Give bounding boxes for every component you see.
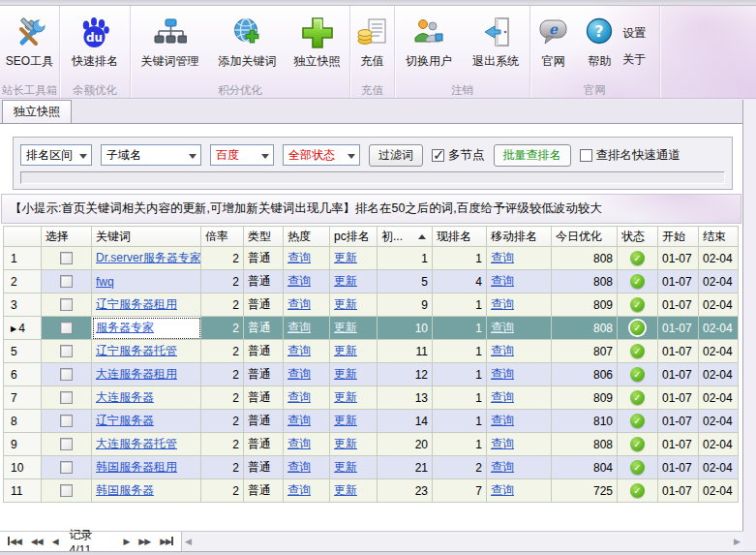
recharge-button[interactable]: 充值 <box>350 12 394 81</box>
row-checkbox[interactable] <box>60 298 73 311</box>
row-checkbox[interactable] <box>60 484 73 497</box>
keyword-cell[interactable]: 服务器专家 <box>92 317 201 340</box>
pc-rank-update-link[interactable]: 更新 <box>334 344 357 357</box>
fast-channel-checkbox[interactable]: 查排名快速通道 <box>580 147 681 164</box>
column-header[interactable]: pc排名 <box>330 227 378 247</box>
keyword-cell[interactable]: 辽宁服务器租用 <box>92 293 201 317</box>
select-cell[interactable] <box>42 293 92 317</box>
exit-system-button[interactable]: 退出系统 <box>463 12 529 81</box>
table-row[interactable]: 8辽宁服务器2普通查询更新141查询810✓01-0702-04 <box>4 410 739 433</box>
pc-rank-update-link[interactable]: 更新 <box>334 437 357 450</box>
search-engine-dropdown[interactable]: 百度 <box>210 144 274 166</box>
keyword-cell[interactable]: 辽宁服务器 <box>92 410 201 433</box>
select-cell[interactable] <box>42 247 92 270</box>
mobile-query-link[interactable]: 查询 <box>491 344 514 357</box>
row-number-cell[interactable]: 3 <box>4 293 42 317</box>
column-header[interactable]: 初... <box>378 227 433 247</box>
heat-query-link[interactable]: 查询 <box>287 414 311 427</box>
keyword-link[interactable]: 大连服务器托管 <box>96 437 177 450</box>
heat-query-link[interactable]: 查询 <box>287 437 311 450</box>
row-checkbox[interactable] <box>60 461 73 474</box>
table-row[interactable]: 11韩国服务器2普通查询更新237查询725✓01-0702-04 <box>4 479 739 503</box>
help-button[interactable]: ? 帮助 <box>577 12 623 81</box>
heat-query-link[interactable]: 查询 <box>287 321 311 334</box>
table-row[interactable]: 7大连服务器2普通查询更新131查询809✓01-0702-04 <box>4 386 739 410</box>
heat-query-link[interactable]: 查询 <box>287 460 311 474</box>
rank-range-dropdown[interactable]: 排名区间 <box>20 144 92 166</box>
keyword-manage-button[interactable]: 关键词管理 <box>131 12 209 81</box>
row-number-cell[interactable]: ▶4 <box>4 317 42 340</box>
scroll-right-icon[interactable]: ▶ <box>734 537 741 546</box>
select-cell[interactable] <box>42 340 92 363</box>
select-cell[interactable] <box>42 386 92 410</box>
table-row[interactable]: 6大连服务器租用2普通查询更新121查询806✓01-0702-04 <box>4 363 739 386</box>
table-row[interactable]: 9大连服务器托管2普通查询更新201查询808✓01-0702-04 <box>4 433 739 456</box>
row-number-cell[interactable]: 11 <box>4 479 42 503</box>
nav-last-button[interactable]: ▶▶ <box>160 537 173 546</box>
row-number-cell[interactable]: 10 <box>4 456 42 479</box>
keyword-link[interactable]: fwq <box>96 275 114 289</box>
column-header[interactable]: 倍率 <box>201 227 244 247</box>
mobile-query-link[interactable]: 查询 <box>491 414 514 427</box>
settings-button[interactable]: 设置 <box>622 25 659 42</box>
mobile-query-link[interactable]: 查询 <box>491 390 514 404</box>
column-header[interactable]: 选择 <box>42 227 92 247</box>
mobile-query-link[interactable]: 查询 <box>491 437 514 450</box>
pc-rank-update-link[interactable]: 更新 <box>334 390 357 404</box>
row-checkbox[interactable] <box>60 415 73 427</box>
keyword-cell[interactable]: fwq <box>92 270 201 293</box>
keyword-link[interactable]: 服务器专家 <box>96 321 154 334</box>
column-header[interactable]: 关键词 <box>92 227 201 247</box>
pc-rank-update-link[interactable]: 更新 <box>334 274 357 288</box>
heat-query-link[interactable]: 查询 <box>287 390 311 404</box>
keyword-link[interactable]: 辽宁服务器托管 <box>96 344 177 357</box>
mobile-query-link[interactable]: 查询 <box>491 483 514 497</box>
status-filter-dropdown[interactable]: 全部状态 <box>283 144 360 166</box>
column-header[interactable]: 现排名 <box>433 227 487 247</box>
heat-query-link[interactable]: 查询 <box>287 274 311 288</box>
table-row[interactable]: 5辽宁服务器托管2普通查询更新111查询807✓01-0702-04 <box>4 340 739 363</box>
about-button[interactable]: 关于 <box>622 51 659 68</box>
keyword-cell[interactable]: 韩国服务器租用 <box>92 456 201 479</box>
row-number-cell[interactable]: 9 <box>4 433 42 456</box>
mobile-query-link[interactable]: 查询 <box>491 251 514 264</box>
row-number-cell[interactable]: 8 <box>4 410 42 433</box>
heat-query-link[interactable]: 查询 <box>287 367 311 381</box>
column-header[interactable] <box>4 227 42 247</box>
pc-rank-update-link[interactable]: 更新 <box>334 460 357 474</box>
keyword-cell[interactable]: Dr.server服务器专家 <box>92 247 201 270</box>
select-cell[interactable] <box>42 363 92 386</box>
table-row[interactable]: 2fwq2普通查询更新54查询808✓01-0702-04 <box>4 270 739 293</box>
row-checkbox[interactable] <box>60 391 73 404</box>
select-cell[interactable] <box>42 317 92 340</box>
scroll-left-icon[interactable]: ◀ <box>185 537 192 546</box>
filter-words-button[interactable]: 过滤词 <box>369 144 423 167</box>
pc-rank-update-link[interactable]: 更新 <box>334 414 357 427</box>
nav-prev-button[interactable]: ◀ <box>52 537 58 546</box>
row-checkbox[interactable] <box>60 438 73 450</box>
column-header[interactable]: 结束 <box>699 227 739 247</box>
mobile-query-link[interactable]: 查询 <box>491 460 514 474</box>
row-number-cell[interactable]: 2 <box>4 270 42 293</box>
heat-query-link[interactable]: 查询 <box>287 483 311 497</box>
table-row[interactable]: 1Dr.server服务器专家2普通查询更新11查询808✓01-0702-04 <box>4 247 739 270</box>
keyword-link[interactable]: Dr.server服务器专家 <box>96 251 201 264</box>
column-header[interactable]: 类型 <box>244 227 284 247</box>
keyword-link[interactable]: 大连服务器 <box>96 390 154 404</box>
row-number-cell[interactable]: 6 <box>4 363 42 386</box>
official-site-button[interactable]: e 官网 <box>530 12 577 81</box>
horizontal-scrollbar[interactable]: ◀ ▶ <box>182 532 743 551</box>
pc-rank-update-link[interactable]: 更新 <box>334 321 357 334</box>
pc-rank-update-link[interactable]: 更新 <box>334 251 357 264</box>
heat-query-link[interactable]: 查询 <box>287 297 311 311</box>
mobile-query-link[interactable]: 查询 <box>491 321 514 334</box>
row-number-cell[interactable]: 5 <box>4 340 42 363</box>
table-row[interactable]: 10韩国服务器租用2普通查询更新212查询804✓01-0702-04 <box>4 456 739 479</box>
row-checkbox[interactable] <box>60 368 73 381</box>
table-row[interactable]: ▶4服务器专家2普通查询更新101查询808✓01-0702-04 <box>4 317 739 340</box>
column-header[interactable]: 开始 <box>658 227 699 247</box>
pc-rank-update-link[interactable]: 更新 <box>334 483 357 497</box>
column-header[interactable]: 移动排名 <box>487 227 552 247</box>
pc-rank-update-link[interactable]: 更新 <box>334 367 357 381</box>
select-cell[interactable] <box>42 479 92 503</box>
